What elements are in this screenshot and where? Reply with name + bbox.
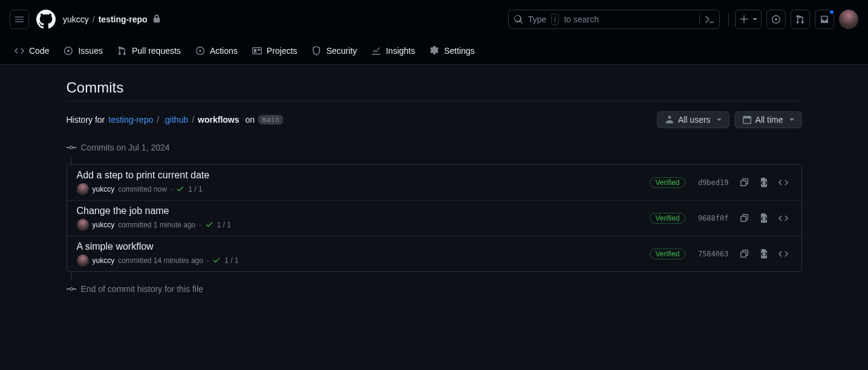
meta-sep: · <box>171 185 172 193</box>
commit-time: committed 14 minutes ago <box>118 256 203 265</box>
path-sep: / <box>192 115 194 125</box>
tab-pr-label: Pull requests <box>132 46 181 56</box>
timeline-group-header: Commits on Jul 1, 2024 <box>81 138 802 157</box>
author-avatar[interactable] <box>77 183 89 195</box>
check-icon[interactable] <box>212 256 221 266</box>
chevron-down-icon <box>752 18 757 21</box>
github-logo[interactable] <box>36 10 56 29</box>
issue-icon <box>64 46 73 56</box>
hamburger-icon <box>15 15 24 24</box>
hamburger-button[interactable] <box>10 10 29 29</box>
create-new-button[interactable] <box>735 10 762 29</box>
breadcrumb: yukccy / testing-repo <box>63 15 161 25</box>
issues-global-button[interactable] <box>766 10 786 29</box>
filter-time-button[interactable]: All time <box>734 111 802 128</box>
tab-projects[interactable]: Projects <box>247 39 302 64</box>
commit-row: A simple workflowyukccycommitted 14 minu… <box>67 236 801 271</box>
code-icon <box>15 46 24 56</box>
tab-security-label: Security <box>326 46 357 56</box>
tab-pull-requests[interactable]: Pull requests <box>113 39 186 64</box>
commit-title[interactable]: Add a step to print current date <box>77 170 650 181</box>
browse-repo-button[interactable] <box>775 174 792 191</box>
breadcrumb-owner[interactable]: yukccy <box>63 15 89 24</box>
view-file-button[interactable] <box>755 174 772 191</box>
chevron-down-icon <box>717 118 722 121</box>
meta-sep: · <box>199 221 201 229</box>
timeline: Commits on Jul 1, 2024 Add a step to pri… <box>67 138 802 299</box>
repo-nav: Code Issues Pull requests Actions Projec… <box>0 39 868 65</box>
commit-sha[interactable]: 7584063 <box>693 250 729 258</box>
notification-dot <box>829 9 835 15</box>
commit-checks[interactable]: 1 / 1 <box>217 221 231 229</box>
branch-tag[interactable]: main <box>258 115 283 125</box>
project-icon <box>252 46 262 56</box>
graph-icon <box>371 46 381 56</box>
lock-icon <box>150 15 161 25</box>
filter-users-button[interactable]: All users <box>657 111 729 128</box>
tab-settings-label: Settings <box>444 46 475 56</box>
notifications-button[interactable] <box>815 10 834 29</box>
commit-time: committed now <box>118 185 167 193</box>
tab-settings[interactable]: Settings <box>425 39 480 64</box>
verified-badge[interactable]: Verified <box>650 213 685 224</box>
tab-security[interactable]: Security <box>307 39 362 64</box>
search-placeholder-post: to search <box>564 15 599 24</box>
verified-badge[interactable]: Verified <box>650 177 685 188</box>
commit-time: committed 1 minute ago <box>118 221 195 229</box>
search-input[interactable]: Type / to search <box>508 10 720 29</box>
tab-actions-label: Actions <box>210 46 238 56</box>
browse-repo-button[interactable] <box>775 245 792 262</box>
verified-badge[interactable]: Verified <box>650 248 685 259</box>
user-avatar[interactable] <box>839 10 858 29</box>
calendar-icon <box>742 115 752 125</box>
breadcrumb-repo[interactable]: testing-repo <box>99 15 148 24</box>
copy-sha-button[interactable] <box>736 210 753 227</box>
commit-title[interactable]: A simple workflow <box>77 241 650 252</box>
commit-author[interactable]: yukccy <box>93 256 115 265</box>
git-commit-icon <box>67 143 76 152</box>
git-pull-request-icon <box>795 15 805 24</box>
inbox-icon <box>820 15 829 24</box>
people-icon <box>665 115 674 125</box>
pr-icon <box>117 46 127 56</box>
commit-checks[interactable]: 1 / 1 <box>224 256 238 265</box>
author-avatar[interactable] <box>77 219 89 231</box>
commit-author[interactable]: yukccy <box>93 221 115 229</box>
global-header: yukccy / testing-repo Type / to search <box>0 0 868 39</box>
issue-opened-icon <box>771 15 781 24</box>
browse-repo-button[interactable] <box>775 210 792 227</box>
search-icon <box>514 15 523 24</box>
meta-sep: · <box>207 256 209 265</box>
path-workflows[interactable]: workflows <box>198 115 239 125</box>
search-slash-key: / <box>551 14 559 25</box>
check-icon[interactable] <box>176 184 184 195</box>
commit-sha[interactable]: 9688f0f <box>693 214 729 222</box>
path-repo[interactable]: testing-repo <box>108 115 153 125</box>
command-palette-icon[interactable] <box>699 15 714 24</box>
view-file-button[interactable] <box>755 210 772 227</box>
path-sep: / <box>157 115 159 125</box>
tab-code[interactable]: Code <box>10 39 54 64</box>
commit-sha[interactable]: d9bed19 <box>693 178 729 187</box>
commit-title[interactable]: Change the job name <box>77 206 650 216</box>
play-icon <box>195 46 205 56</box>
pull-requests-global-button[interactable] <box>791 10 810 29</box>
search-placeholder-pre: Type <box>528 15 546 24</box>
timeline-group-label: Commits on Jul 1, 2024 <box>81 143 170 152</box>
filter-time-label: All time <box>755 115 783 125</box>
tab-insights[interactable]: Insights <box>367 39 420 64</box>
commit-row: Change the job nameyukccycommitted 1 min… <box>67 200 801 236</box>
path-github[interactable]: .github <box>163 115 188 125</box>
tab-actions[interactable]: Actions <box>191 39 243 64</box>
tab-issues[interactable]: Issues <box>59 39 107 64</box>
timeline-end: End of commit history for this file <box>81 279 802 299</box>
commit-author[interactable]: yukccy <box>93 185 115 193</box>
copy-sha-button[interactable] <box>736 174 753 191</box>
commit-checks[interactable]: 1 / 1 <box>188 185 202 193</box>
plus-icon <box>739 15 749 24</box>
check-icon[interactable] <box>205 220 214 230</box>
view-file-button[interactable] <box>755 245 772 262</box>
commit-row: Add a step to print current dateyukccyco… <box>67 165 801 200</box>
copy-sha-button[interactable] <box>736 245 753 262</box>
author-avatar[interactable] <box>77 255 89 267</box>
